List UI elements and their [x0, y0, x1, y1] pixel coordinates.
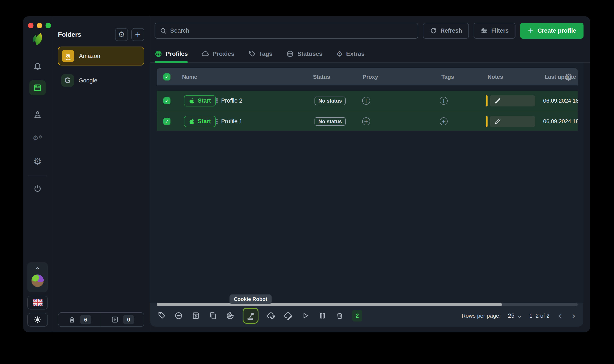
note-edit-field[interactable]: [490, 95, 535, 106]
select-all-checkbox[interactable]: ✓: [163, 68, 170, 85]
note-accent-bar: [486, 95, 488, 106]
export-profile-button[interactable]: [191, 311, 200, 320]
cookie-robot-tooltip: Cookie Robot: [230, 294, 272, 304]
uk-flag-icon: [33, 299, 42, 306]
notifications-bell-icon[interactable]: [29, 59, 46, 73]
refresh-button[interactable]: Refresh: [423, 23, 469, 39]
sidebar-item-account[interactable]: [29, 107, 46, 121]
start-selected-button[interactable]: [300, 311, 310, 320]
scrollbar-thumb[interactable]: [157, 303, 502, 306]
search-bar[interactable]: [155, 23, 418, 39]
note-edit-field[interactable]: [490, 116, 535, 127]
user-menu[interactable]: ⌃: [27, 262, 48, 292]
apple-icon: [189, 98, 195, 104]
language-selector-button[interactable]: [27, 296, 48, 310]
tag-icon: [157, 312, 166, 320]
sidebar-item-profiles[interactable]: [29, 80, 46, 95]
theme-toggle-button[interactable]: [27, 313, 48, 327]
folders-title: Folders: [58, 31, 115, 38]
previous-page-button[interactable]: ‹: [557, 311, 563, 320]
rows-per-page-value: 25: [508, 312, 514, 319]
cookie-icon: [226, 312, 235, 320]
next-page-button[interactable]: ›: [570, 311, 577, 320]
add-tag-button[interactable]: +: [440, 111, 448, 131]
profile-name: Profile 1: [221, 111, 242, 131]
refresh-icon: [430, 27, 437, 34]
plus-circle-icon: +: [362, 97, 370, 105]
delete-selected-button[interactable]: [335, 311, 344, 320]
add-proxy-button[interactable]: +: [362, 91, 370, 111]
table-row[interactable]: ✓ Start ⋮: [157, 91, 578, 111]
kebab-icon: ⋮: [214, 118, 220, 125]
minimize-window-button[interactable]: [37, 23, 42, 28]
column-header-tags: Tags: [441, 68, 454, 85]
create-profile-button[interactable]: + Create profile: [520, 23, 584, 39]
row-checkbox[interactable]: ✓: [163, 111, 170, 131]
notes-cell[interactable]: [486, 91, 535, 111]
logout-power-button[interactable]: [29, 182, 46, 196]
start-profile-button[interactable]: Start: [184, 111, 216, 131]
checkbox-checked[interactable]: ✓: [163, 118, 170, 125]
table-row[interactable]: ✓ Start ⋮: [157, 111, 578, 131]
tab-tags[interactable]: Tags: [248, 45, 273, 62]
status-badge[interactable]: No status: [314, 117, 346, 126]
avatar[interactable]: [31, 274, 44, 287]
filters-label: Filters: [491, 27, 509, 34]
ellipsis-circle-icon: [286, 50, 294, 58]
add-folder-button[interactable]: +: [131, 28, 144, 41]
sidebar-item-automation[interactable]: ⚙⚙: [29, 131, 46, 145]
row-menu-button[interactable]: ⋮: [214, 91, 220, 111]
checkbox-checked[interactable]: ✓: [163, 73, 170, 80]
tab-proxies[interactable]: Proxies: [202, 45, 235, 62]
play-icon: [301, 312, 309, 320]
cookie-robot-button[interactable]: Cookie Robot: [243, 308, 259, 324]
archive-count-badge: 0: [123, 315, 134, 324]
archive-bin-button[interactable]: 0: [101, 313, 144, 326]
folders-panel: Folders ⚙ + a Amazon G Google: [52, 16, 150, 332]
range-label: 1–2 of 2: [529, 312, 549, 319]
rows-per-page-select[interactable]: 25 ⌄: [508, 312, 522, 319]
filters-button[interactable]: Filters: [474, 23, 515, 39]
tab-statuses[interactable]: Statuses: [286, 45, 323, 62]
close-window-button[interactable]: [28, 23, 34, 28]
trash-icon: [336, 312, 344, 320]
add-tag-button[interactable]: +: [440, 91, 448, 111]
maximize-window-button[interactable]: [46, 23, 51, 28]
status-cell[interactable]: No status: [314, 91, 346, 111]
folders-settings-button[interactable]: ⚙: [115, 28, 128, 41]
checkbox-checked[interactable]: ✓: [163, 97, 170, 104]
folder-item-amazon[interactable]: a Amazon: [58, 47, 144, 65]
column-header-notes: Notes: [488, 68, 503, 85]
amazon-icon: a: [62, 50, 74, 62]
add-proxy-button[interactable]: +: [362, 111, 370, 131]
notes-cell[interactable]: [486, 111, 535, 131]
ellipsis-circle-icon: [174, 312, 183, 320]
search-input[interactable]: [170, 27, 413, 34]
tab-extras[interactable]: ⚙ Extras: [336, 45, 365, 62]
apple-icon: [189, 118, 195, 125]
row-checkbox[interactable]: ✓: [163, 91, 170, 111]
start-profile-button[interactable]: Start: [184, 91, 216, 111]
status-cell[interactable]: No status: [314, 111, 346, 131]
trash-bin-button[interactable]: 6: [58, 313, 101, 326]
sidebar-divider: [28, 176, 47, 176]
search-icon: [160, 27, 167, 34]
duplicate-profile-button[interactable]: [208, 311, 218, 320]
folder-item-google[interactable]: G Google: [58, 71, 144, 90]
cloud-edit-button[interactable]: [283, 311, 293, 320]
sidebar-item-settings[interactable]: ⚙: [29, 154, 46, 168]
bulk-status-button[interactable]: [174, 311, 183, 320]
row-menu-button[interactable]: ⋮: [214, 111, 220, 131]
column-settings-gear-icon[interactable]: ⚙: [564, 72, 573, 83]
status-badge[interactable]: No status: [314, 97, 346, 105]
column-header-proxy: Proxy: [363, 68, 378, 85]
pause-selected-button[interactable]: [318, 311, 327, 320]
bulk-tag-button[interactable]: [157, 311, 166, 320]
table-footer: Cookie Robot: [150, 303, 583, 327]
horizontal-scrollbar[interactable]: [157, 303, 578, 306]
filters-icon: [481, 27, 488, 34]
cloud-restore-button[interactable]: [266, 311, 276, 320]
cookies-button[interactable]: [225, 311, 235, 320]
tab-profiles[interactable]: Profiles: [155, 45, 188, 62]
plus-circle-icon: +: [362, 117, 370, 125]
